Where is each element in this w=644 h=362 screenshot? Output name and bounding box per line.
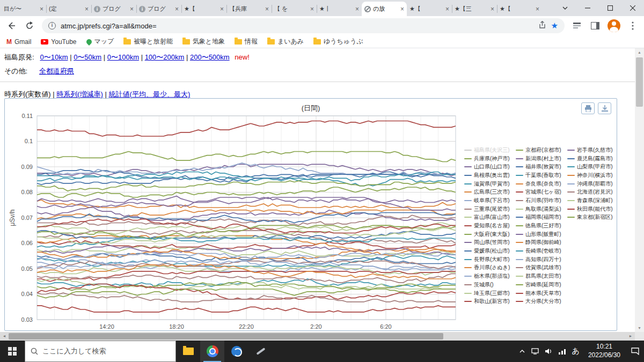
legend-item[interactable]: 大分県(大分市) — [516, 297, 566, 306]
legend-item[interactable]: 岐阜県(下呂市) — [464, 196, 515, 205]
bookmark-item[interactable]: マップ — [86, 37, 114, 46]
tab-close-icon[interactable]: × — [220, 6, 224, 12]
legend-item[interactable]: 長野県(大町市) — [464, 255, 515, 264]
close-window-icon[interactable] — [621, 0, 644, 16]
legend-item[interactable]: 島根県(奥出雲) — [464, 171, 515, 180]
tab-close-icon[interactable]: × — [355, 6, 359, 12]
address-bar[interactable]: i atmc.jp/prefs.cgi?a=all&mode= ★ — [42, 18, 565, 33]
legend-item[interactable]: 青森県(深浦町) — [567, 196, 618, 205]
legend-item[interactable]: 広島県(三次市) — [464, 188, 515, 196]
view-mode-link[interactable]: 時系列(増減率) — [56, 90, 103, 98]
scroll-right-icon[interactable]: ► — [626, 332, 635, 341]
bookmark-item[interactable]: YouTube — [41, 38, 76, 46]
tab-close-icon[interactable]: × — [130, 6, 134, 12]
bookmark-star-icon[interactable]: ★ — [551, 21, 558, 31]
legend-item[interactable]: 山口県(山口市) — [464, 162, 515, 171]
reading-list-icon[interactable] — [571, 20, 583, 32]
horizontal-scrollbar[interactable]: ◄ ► — [0, 332, 635, 341]
legend-item[interactable]: 群馬県(太田市) — [516, 272, 566, 280]
tab-close-icon[interactable]: × — [175, 6, 179, 12]
browser-tab[interactable]: ★【× — [181, 2, 226, 16]
site-info-icon[interactable]: i — [48, 22, 56, 29]
bookmark-item[interactable]: 被曝と放射能 — [123, 37, 172, 46]
legend-item[interactable]: 埼玉県(三郷市) — [464, 289, 515, 298]
blue-app-icon[interactable] — [224, 341, 248, 362]
side-panel-icon[interactable] — [589, 20, 601, 32]
legend-item[interactable]: 茨城県() — [464, 280, 515, 289]
legend-item[interactable]: 福井県(敦賀市) — [516, 162, 566, 171]
legend-item[interactable]: 岩手県(久慈市) — [567, 146, 618, 154]
start-button[interactable] — [0, 341, 25, 362]
legend-item[interactable]: 愛知県(名古屋) — [464, 221, 515, 230]
legend-item[interactable]: 東京都(新宿区) — [567, 213, 618, 222]
tray-network-icon[interactable] — [555, 341, 569, 362]
browser-tab[interactable]: 【 を× — [272, 2, 317, 16]
legend-item[interactable]: 和歌山(新宮市) — [464, 297, 515, 306]
legend-item[interactable]: 神奈川(横浜市) — [567, 171, 618, 180]
distance-range-link[interactable]: 0〜50km — [74, 53, 101, 61]
scroll-down-icon[interactable]: ▼ — [635, 324, 644, 332]
legend-item[interactable]: 兵庫県(神戸市) — [464, 154, 515, 163]
legend-item[interactable]: 鹿児島(霧島市) — [567, 154, 618, 163]
back-icon[interactable] — [5, 20, 17, 32]
legend-item[interactable]: 京都府(京都市) — [516, 146, 566, 154]
browser-tab[interactable]: iブログ× — [91, 2, 136, 16]
browser-tab[interactable]: ★【× — [407, 2, 452, 16]
bookmark-item[interactable]: 情報 — [235, 37, 258, 46]
tab-close-icon[interactable]: × — [85, 6, 89, 12]
legend-item[interactable]: 新潟県(村上市) — [516, 154, 566, 163]
legend-item[interactable]: 奈良県(奈良市) — [516, 180, 566, 188]
legend-item[interactable]: 沖縄県(那覇市) — [567, 180, 618, 188]
browser-tab[interactable]: 【兵庫× — [226, 2, 272, 16]
browser-tab[interactable]: ★丨× — [317, 2, 362, 16]
legend-item[interactable]: 三重県(尾鷲市) — [464, 205, 515, 213]
legend-item[interactable]: 佐賀県(武雄市) — [516, 264, 566, 272]
tab-close-icon[interactable]: × — [265, 6, 269, 12]
legend-item[interactable]: 秋田県(能代市) — [567, 205, 618, 213]
browser-tab[interactable]: の放× — [362, 2, 407, 16]
vertical-scroll-thumb[interactable] — [636, 57, 643, 107]
legend-item[interactable]: 栃木県(那須塩) — [464, 272, 515, 280]
file-explorer-icon[interactable] — [176, 341, 200, 362]
scroll-up-icon[interactable]: ▲ — [635, 48, 644, 56]
maximize-icon[interactable] — [599, 0, 621, 16]
legend-item[interactable]: 滋賀県(甲賀市) — [464, 180, 515, 188]
legend-item[interactable]: 福島県(夫沢三) — [464, 146, 515, 154]
tray-chevron-up-icon[interactable] — [516, 341, 528, 362]
distance-range-link[interactable]: 100〜200km — [145, 53, 185, 61]
legend-item[interactable]: 静岡県(御前崎) — [516, 239, 566, 247]
tray-volume-icon[interactable] — [542, 341, 555, 362]
legend-item[interactable]: 高知県(四万十) — [516, 255, 566, 264]
pen-app-icon[interactable] — [248, 341, 273, 362]
tab-close-icon[interactable]: × — [536, 6, 539, 12]
distance-range-link[interactable]: 200〜500km — [190, 53, 230, 61]
scroll-left-icon[interactable]: ◄ — [0, 332, 9, 341]
legend-item[interactable]: 福岡県(福岡市) — [516, 213, 566, 222]
taskbar-clock[interactable]: 10:21 2022/06/30 — [583, 343, 626, 359]
all-prefectures-link[interactable]: 全都道府県 — [39, 67, 74, 75]
legend-item[interactable]: 北海道(岩見沢) — [567, 188, 618, 196]
legend-item[interactable]: 長崎県(壱岐市) — [516, 247, 566, 255]
notification-center-icon[interactable] — [626, 341, 644, 362]
bookmark-item[interactable]: MGmail — [6, 38, 31, 46]
taskbar-search-input[interactable]: ここに入力して検索 — [25, 341, 176, 362]
tab-close-icon[interactable]: × — [40, 6, 43, 12]
legend-item[interactable]: 山形県(飯豊町) — [516, 230, 566, 239]
legend-item[interactable]: 熊本県(天草市) — [516, 289, 566, 298]
view-mode-link[interactable]: 統計値(平均、最少、最大) — [109, 90, 191, 98]
tab-close-icon[interactable]: × — [491, 6, 494, 12]
print-chart-button[interactable] — [581, 102, 595, 114]
chrome-taskbar-icon[interactable] — [200, 341, 224, 362]
minimize-icon[interactable] — [576, 0, 599, 16]
vertical-scrollbar[interactable]: ▲ ▼ — [635, 48, 644, 332]
window-menu-chevron-icon[interactable] — [554, 0, 576, 16]
legend-item[interactable]: 千葉県(香取市) — [516, 171, 566, 180]
bookmark-item[interactable]: 気象と地象 — [182, 37, 225, 46]
download-chart-button[interactable] — [598, 102, 611, 114]
tab-close-icon[interactable]: × — [400, 6, 404, 12]
legend-item[interactable]: 山梨県(甲府市) — [567, 162, 618, 171]
bookmark-item[interactable]: ゆうちゅうぶ — [313, 37, 363, 46]
tab-close-icon[interactable]: × — [310, 6, 314, 12]
legend-item[interactable]: 石川県(羽咋市) — [516, 196, 566, 205]
browser-tab[interactable]: (定× — [46, 2, 91, 16]
